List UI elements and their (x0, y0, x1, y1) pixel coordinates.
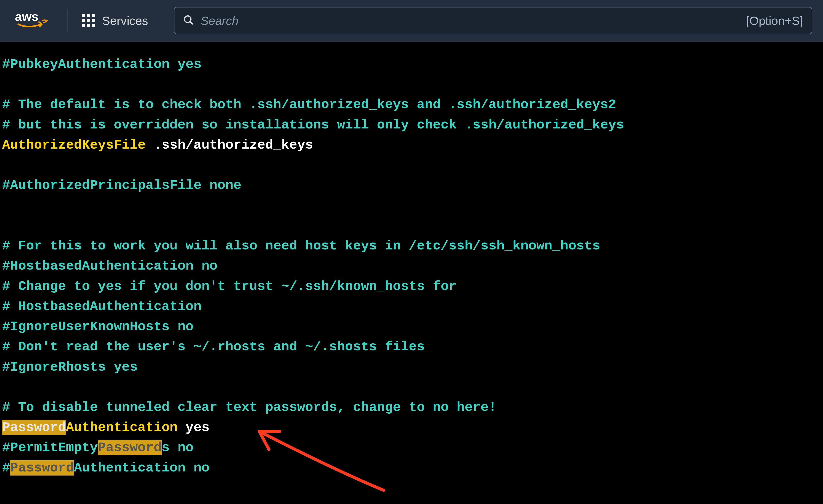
config-comment: # Don't read the user's ~/.rhosts and ~/… (2, 339, 425, 354)
svg-text:aws: aws (15, 10, 39, 23)
aws-header: aws Services [Option+S] (0, 0, 823, 41)
config-comment: # Change to yes if you don't trust ~/.ss… (2, 279, 457, 294)
search-container[interactable]: [Option+S] (174, 7, 812, 34)
search-input[interactable] (201, 14, 739, 28)
config-text: Authentication no (74, 460, 210, 476)
config-comment: # HostbasedAuthentication (2, 299, 201, 314)
config-comment: # To disable tunneled clear text passwor… (2, 400, 497, 415)
services-label: Services (102, 14, 148, 28)
config-line: #IgnoreUserKnownHosts no (2, 319, 193, 334)
search-shortcut-hint: [Option+S] (746, 14, 803, 28)
config-comment: # but this is overridden so installation… (2, 117, 624, 133)
terminal-content[interactable]: #PubkeyAuthentication yes # The default … (0, 41, 823, 478)
config-line: #PubkeyAuthentication yes (2, 57, 201, 72)
services-button[interactable]: Services (75, 14, 155, 28)
config-comment: # For this to work you will also need ho… (2, 238, 600, 253)
config-value: no (170, 440, 193, 455)
config-line: #IgnoreRhosts yes (2, 359, 138, 375)
services-grid-icon (82, 14, 95, 27)
search-highlight: Password (10, 460, 74, 476)
config-line: #AuthorizedPrincipalsFile none (2, 178, 241, 193)
config-text: PermitEmpty (10, 440, 98, 455)
config-key: AuthorizedKeysFile (2, 138, 146, 153)
aws-logo[interactable]: aws (11, 0, 60, 41)
config-line: # (2, 460, 10, 476)
config-line: # (2, 440, 10, 455)
config-text: s (162, 440, 170, 455)
config-value: .ssh/authorized_keys (146, 138, 313, 153)
config-comment: # The default is to check both .ssh/auth… (2, 97, 616, 112)
search-highlight: Password (98, 440, 162, 455)
search-icon (183, 15, 194, 27)
config-line: #HostbasedAuthentication no (2, 258, 217, 274)
config-value: yes (178, 420, 210, 435)
search-highlight: Password (2, 420, 66, 435)
config-key: Authentication (66, 420, 178, 435)
header-divider (67, 9, 68, 32)
svg-line-2 (190, 22, 193, 24)
svg-point-1 (184, 16, 191, 22)
